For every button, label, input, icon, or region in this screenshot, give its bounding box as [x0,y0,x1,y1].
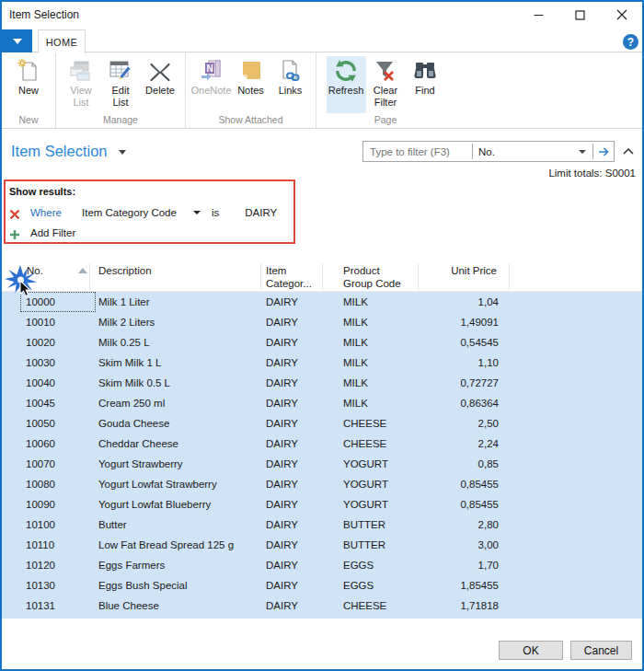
column-divider [89,263,90,290]
new-document-icon [16,58,41,84]
table-row[interactable]: 10110Low Fat Bread Spread 125 gDAIRYBUTT… [2,535,642,555]
table-cell: 3,00 [388,535,499,555]
table-cell: BUTTER [343,515,385,535]
table-cell: 10040 [26,373,55,393]
table-cell: DAIRY [266,312,298,332]
table-filler [2,616,642,619]
table-row[interactable]: 10020Milk 0.25 LDAIRYMILK0,54545 [2,332,642,353]
table-cell: 1,70 [388,555,499,575]
table-cell: Butter [98,515,127,535]
table-cell: 10080 [26,474,55,494]
view-list-button[interactable]: View List [62,56,101,113]
table-cell: DAIRY [266,292,298,312]
remove-filter-icon[interactable] [9,207,20,218]
new-button[interactable]: New [9,56,49,113]
close-button[interactable] [601,2,642,28]
table-cell: 10060 [26,434,55,454]
column-divider [322,263,323,290]
table-cell: 10131 [26,596,55,616]
filter-row: Where Item Category Code is DAIRY [9,205,277,220]
table-cell: DAIRY [266,575,298,596]
table-cell: 0,85455 [388,494,499,515]
filter-column-select[interactable]: No. [473,146,592,157]
table-cell: EGGS [343,575,374,596]
collapse-pane-button[interactable] [620,143,637,159]
focused-cell: 10000 [21,293,95,311]
clear-filter-button[interactable]: Clear Filter [366,56,406,113]
column-header-item-category[interactable]: Item Categor... [266,264,312,290]
table-cell: DAIRY [266,434,298,454]
edit-list-button[interactable]: Edit List [101,56,141,113]
table-cell: DAIRY [266,535,298,555]
table-row[interactable]: 10050Gouda CheeseDAIRYCHEESE2,50 [2,413,642,434]
table-row[interactable]: 10131Blue CheeseDAIRYCHEESE1,71818 [2,596,642,616]
table-row[interactable]: 10090Yogurt Lowfat BlueberryDAIRYYOGURT0… [2,494,642,515]
table-cell: DAIRY [266,494,298,515]
table-cell: Eggs Farmers [98,555,165,575]
links-icon [278,58,304,84]
table-cell: MILK [343,353,368,373]
table-row[interactable]: 10030Skim Milk 1 LDAIRYMILK1,10 [2,353,642,373]
cancel-button[interactable]: Cancel [570,641,632,660]
table-cell: Yogurt Strawberry [98,454,183,474]
table-row[interactable]: 10130Eggs Bush SpecialDAIRYEGGS1,85455 [2,575,642,596]
column-header-no[interactable]: No. [27,264,43,277]
filter-input[interactable]: Type to filter (F3) [363,146,472,157]
add-filter-row[interactable]: Add Filter [9,226,75,240]
table-row[interactable]: 10100ButterDAIRYBUTTER2,80 [2,515,642,535]
notes-button[interactable]: Notes [231,56,270,113]
chevron-down-icon[interactable] [119,150,126,155]
maximize-button[interactable] [559,2,601,28]
table-cell: 2,80 [388,515,499,535]
ribbon-tab-row: HOME ? [2,28,642,52]
refresh-button[interactable]: Refresh [327,56,366,113]
table-cell: DAIRY [266,373,298,393]
table-row[interactable]: 10040Skim Milk 0.5 LDAIRYMILK0,72727 [2,373,642,393]
ribbon-group-label: Show Attached [186,113,316,128]
page-header: Item Selection Type to filter (F3) No. L… [2,129,642,181]
window-title: Item Selection [9,8,79,21]
where-label[interactable]: Where [30,207,82,218]
table-cell: DAIRY [266,353,298,373]
table-row[interactable]: 10060Cheddar CheeseDAIRYCHEESE2,24 [2,434,642,454]
table-cell: CHEESE [343,434,386,454]
table-row[interactable]: 10120Eggs FarmersDAIRYEGGS1,70 [2,555,642,575]
button-label: Find [415,85,434,97]
table-cell: Eggs Bush Special [98,575,188,596]
ok-button[interactable]: OK [499,641,563,660]
table-cell: MILK [343,332,368,353]
column-header-product-group[interactable]: Product Group Code [343,264,401,290]
table-row[interactable]: 10080Yogurt Lowfat StrawberryDAIRYYOGURT… [2,474,642,494]
chevron-down-icon[interactable] [193,211,201,214]
table-cell: Milk 2 Liters [98,312,155,332]
help-button[interactable]: ? [623,34,638,50]
filter-value[interactable]: DAIRY [245,207,277,218]
column-divider [509,263,510,290]
tab-home[interactable]: HOME [38,29,86,53]
delete-button[interactable]: Delete [141,56,180,113]
table-cell: Yogurt Lowfat Blueberry [98,494,211,515]
table-cell: Low Fat Bread Spread 125 g [98,535,234,555]
table-cell: DAIRY [266,555,298,575]
ribbon-group-label: Manage [56,113,185,128]
application-menu-button[interactable] [2,29,32,52]
onenote-button[interactable]: N OneNote [191,56,231,113]
column-header-description[interactable]: Description [98,264,152,277]
table-row[interactable]: 10000Milk 1 LiterDAIRYMILK1,04 [2,292,642,312]
table-cell: Skim Milk 1 L [98,353,161,373]
table-row[interactable]: 10010Milk 2 LitersDAIRYMILK1,49091 [2,312,642,332]
apply-filter-button[interactable] [593,142,614,161]
table-row[interactable]: 10070Yogurt StrawberryDAIRYYOGURT0,85 [2,454,642,474]
filter-field-select[interactable]: Item Category Code [82,207,177,218]
table-cell: MILK [343,393,368,413]
show-results-label: Show results: [9,186,75,197]
links-button[interactable]: Links [270,56,310,113]
column-header-unit-price[interactable]: Unit Price [451,264,497,277]
find-button[interactable]: Find [406,56,445,113]
limit-totals-label: Limit totals: S0001 [548,168,636,179]
table-row[interactable]: 10045Cream 250 mlDAIRYMILK0,86364 [2,393,642,413]
chevron-down-icon [13,39,22,44]
table-cell: 10100 [26,515,55,535]
ribbon-group-page: Refresh Clear Filter [316,52,454,128]
minimize-button[interactable] [518,2,559,28]
